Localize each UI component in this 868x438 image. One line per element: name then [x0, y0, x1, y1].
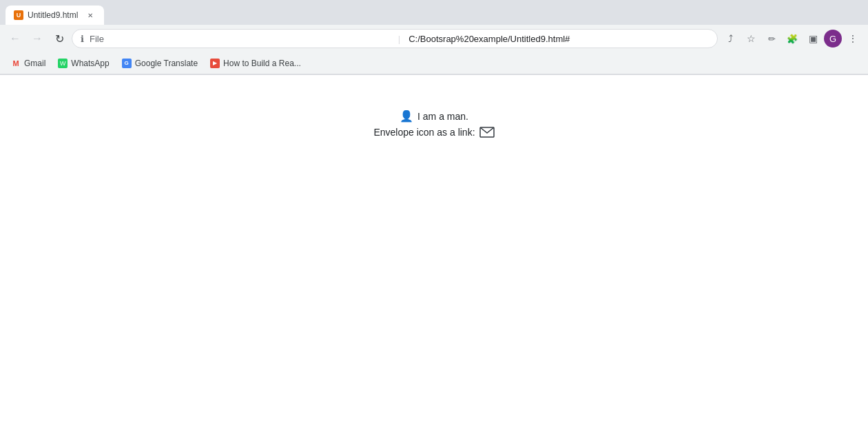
star-icon: ☆: [747, 33, 756, 44]
envelope-link[interactable]: [479, 127, 495, 138]
bookmark-whatsapp-label: WhatsApp: [71, 59, 109, 68]
bookmark-how-to-build[interactable]: ▶ How to Build a Rea...: [205, 55, 307, 72]
translate-favicon: G: [122, 59, 132, 68]
extensions-button[interactable]: 🧩: [783, 29, 802, 48]
page-content: 👤 I am a man. Envelope icon as a link:: [0, 75, 868, 438]
puzzle-icon: 🧩: [787, 34, 798, 44]
bookmark-google-translate[interactable]: G Google Translate: [116, 55, 203, 72]
reload-icon: ↻: [55, 32, 64, 45]
iam-a-man-text: I am a man.: [417, 111, 468, 122]
content-line2: Envelope icon as a link:: [373, 127, 494, 138]
content-line1: 👤 I am a man.: [400, 110, 468, 123]
bookmark-button[interactable]: ☆: [741, 29, 761, 48]
info-icon: ℹ: [81, 34, 84, 44]
url-separator: |: [398, 34, 400, 44]
envelope-label-text: Envelope icon as a link:: [373, 127, 475, 138]
tab-bar: U Untitled9.html ✕: [0, 0, 868, 25]
address-input-bar[interactable]: ℹ File | C:/Bootsrap%20example/Untitled9…: [72, 29, 718, 48]
address-bar: ← → ↻ ℹ File | C:/Bootsrap%20example/Unt…: [0, 25, 868, 52]
share-icon: ⤴: [728, 33, 733, 44]
menu-icon: ⋮: [848, 33, 858, 44]
user-icon: 👤: [400, 110, 413, 123]
sidebar-icon: ▣: [809, 33, 818, 44]
gmail-favicon: M: [11, 59, 21, 68]
profile-avatar[interactable]: G: [824, 30, 842, 48]
back-icon: ←: [10, 32, 21, 45]
browser-chrome: U Untitled9.html ✕ ← → ↻ ℹ File | C:/Boo…: [0, 0, 868, 75]
tab-title: Untitled9.html: [28, 10, 78, 20]
share-button[interactable]: ⤴: [721, 29, 740, 48]
sidebar-button[interactable]: ▣: [803, 29, 823, 48]
bookmarks-bar: M Gmail W WhatsApp G Google Translate ▶ …: [0, 52, 868, 74]
reload-button[interactable]: ↻: [50, 29, 69, 48]
bookmark-translate-label: Google Translate: [135, 59, 198, 68]
back-button[interactable]: ←: [6, 29, 25, 48]
envelope-icon: [479, 127, 495, 138]
bookmark-whatsapp[interactable]: W WhatsApp: [52, 55, 114, 72]
howto-favicon: ▶: [210, 59, 220, 68]
tab-favicon: U: [14, 10, 23, 20]
file-label: File: [90, 34, 390, 44]
extension-pin-icon: ✏: [768, 34, 776, 44]
bookmark-gmail-label: Gmail: [24, 59, 45, 68]
active-tab[interactable]: U Untitled9.html ✕: [6, 6, 104, 25]
tab-close-button[interactable]: ✕: [85, 10, 96, 21]
extension-pin-button[interactable]: ✏: [762, 29, 781, 48]
menu-button[interactable]: ⋮: [843, 29, 862, 48]
url-text: C:/Bootsrap%20example/Untitled9.html#: [409, 34, 709, 44]
whatsapp-favicon: W: [58, 59, 68, 68]
forward-icon: →: [32, 32, 43, 45]
bookmark-howto-label: How to Build a Rea...: [223, 59, 301, 68]
bookmark-gmail[interactable]: M Gmail: [6, 55, 51, 72]
forward-button[interactable]: →: [28, 29, 47, 48]
toolbar-actions: ⤴ ☆ ✏ 🧩 ▣ G ⋮: [721, 29, 862, 48]
